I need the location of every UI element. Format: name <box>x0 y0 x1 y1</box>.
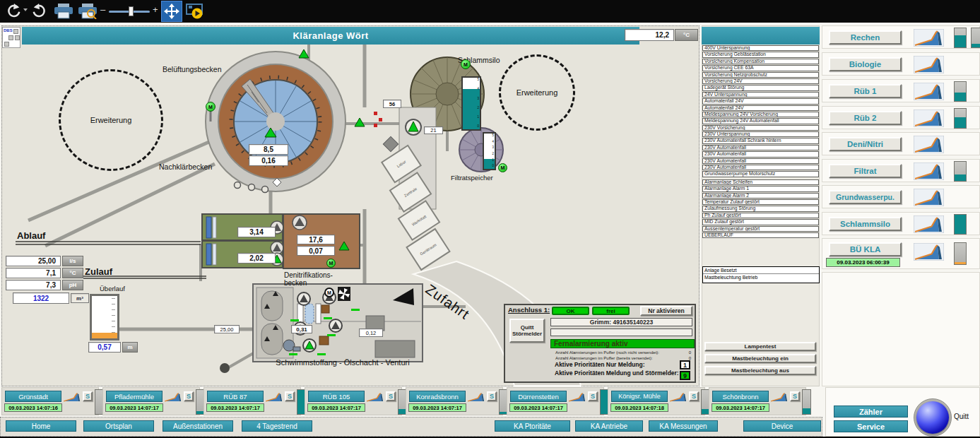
station-button[interactable]: Konradsbronn <box>409 391 466 402</box>
trend-icon[interactable] <box>914 215 944 233</box>
alarm-row: 230V Vorsicherung <box>702 125 819 131</box>
nav-4tagestrend-button[interactable]: 4 Tagestrend <box>242 420 312 432</box>
station-button[interactable]: RÜB 87 <box>207 391 264 402</box>
nr-aktivieren-button[interactable]: Nr aktivieren <box>640 306 692 316</box>
deni-nitri-button[interactable]: Deni/Nitri <box>829 137 902 151</box>
rechen-button[interactable]: Rechen <box>829 30 902 45</box>
trend-icon[interactable] <box>669 392 687 402</box>
anschluss-title: Anschluss 1: <box>508 306 550 314</box>
quitt-stoermelder-button[interactable]: Quitt Störmelder <box>509 319 545 343</box>
pump-value: 0,31 <box>291 325 312 333</box>
station-button[interactable]: Pfladermühle <box>106 391 163 402</box>
trend-icon[interactable] <box>914 83 944 100</box>
rueb2-button[interactable]: Rüb 2 <box>829 111 902 125</box>
mastbeleuchtung-aus-button[interactable]: Mastbeleuchtung aus <box>704 366 816 375</box>
level-indicator <box>954 242 967 265</box>
trend-icon[interactable] <box>914 243 944 261</box>
level-indicator <box>954 108 967 129</box>
s-button[interactable]: S <box>285 391 295 401</box>
ueberlauf-tank <box>90 294 119 341</box>
level-indicator <box>971 28 980 48</box>
pipe-value-56: 56 <box>383 100 401 108</box>
empty-number-field[interactable] <box>550 328 692 336</box>
nav-aussenstationen-button[interactable]: Außenstationen <box>163 420 233 432</box>
deni-label-2: becken <box>284 279 307 287</box>
trend-icon[interactable] <box>914 110 944 127</box>
puffer1-label: Anzahl Alarmierungen im Puffer (noch nic… <box>555 350 659 355</box>
volume-unit: m³ <box>71 293 89 303</box>
temp-meas-unit: °C <box>62 268 83 278</box>
filtrat-button[interactable]: Filtrat <box>829 164 902 178</box>
trend-icon[interactable] <box>914 136 944 153</box>
puffer2-label: Anzahl Alarmierungen im Puffer (bereits … <box>555 356 653 360</box>
bue-kla-button[interactable]: BÜ KLA <box>829 242 902 256</box>
status-line-1: Anlage Besetzt <box>703 267 819 274</box>
trend-icon[interactable] <box>914 162 944 180</box>
station-button[interactable]: RÜB 105 <box>308 391 365 402</box>
s-button[interactable]: S <box>689 391 699 401</box>
station-button[interactable]: Grünstädt <box>5 391 61 402</box>
station-button[interactable]: Dürrenstetten <box>510 391 567 402</box>
grimm-number-field[interactable]: Grimm: 491635140223 <box>550 318 692 326</box>
trend-icon[interactable] <box>914 56 944 73</box>
ueberlauf-label: Überlauf <box>100 285 125 292</box>
station-card-gruenstaedt: Grünstädt S 09.03.2023 14:07:16 <box>1 387 99 415</box>
station-timestamp: 09.03.2023 14:07:17 <box>408 403 466 412</box>
biologie-button[interactable]: Biologie <box>829 57 902 71</box>
station-timestamp: 09.03.2023 14:07:16 <box>4 403 62 412</box>
service-button[interactable]: Service <box>834 420 908 432</box>
alarm-row: Alarmanlage Schleifen <box>702 179 819 185</box>
trend-icon[interactable] <box>366 392 384 402</box>
rueb1-button[interactable]: Rüb 1 <box>829 84 902 98</box>
pipe-value-21: 21 <box>424 126 443 134</box>
alarm-row: Zulaufmessung Störung <box>702 206 819 211</box>
quitt-sphere-button[interactable] <box>916 401 949 434</box>
prio1-value: 1 <box>680 360 690 369</box>
s-button[interactable]: S <box>487 391 497 401</box>
trend-icon[interactable] <box>265 392 283 402</box>
nav-ka-messungen-button[interactable]: KA Messungen <box>649 420 718 432</box>
alarm-row: 230V Automatenfall <box>702 151 819 157</box>
alarm-row: Automatenfall 24V <box>702 98 819 104</box>
alarm-row: Alarmanlage Alarm 2 <box>702 193 819 199</box>
zaehler-button[interactable]: Zähler <box>834 406 908 418</box>
trend-icon[interactable] <box>164 392 182 402</box>
nav-ortsplan-button[interactable]: Ortsplan <box>83 420 154 432</box>
trend-icon[interactable] <box>914 189 944 206</box>
belueftungsbecken-label: Belüftungsbecken <box>163 65 221 73</box>
level-indicator <box>954 81 967 102</box>
nav-ka-prioritaeten-button[interactable]: KA Ptoritäte <box>495 420 570 432</box>
mastbeleuchtung-ein-button[interactable]: Mastbeleuchtung ein <box>704 354 816 363</box>
alarm-row: Alarmanlage Alarm 1 <box>702 186 819 191</box>
filtrat-motor-icon: M <box>498 163 507 172</box>
trend-icon[interactable] <box>467 392 485 402</box>
building-geraeteraum-label: Gerätraum <box>419 242 437 256</box>
s-button[interactable]: S <box>386 391 396 401</box>
dbs-logo: DBS <box>2 27 20 48</box>
nav-home-button[interactable]: Home <box>6 420 76 432</box>
s-button[interactable]: S <box>790 391 800 401</box>
nav-ka-antriebe-button[interactable]: KA Antriebe <box>575 420 643 432</box>
grundwasserpumpe-button[interactable]: Grundwasserpu. <box>829 190 902 204</box>
alarm-row: Ladegerät Störung <box>702 85 819 90</box>
volume-value: 1322 <box>13 292 69 304</box>
basin-value-2: 2,02 <box>237 253 276 264</box>
trend-icon[interactable] <box>568 392 586 402</box>
station-button[interactable]: Königsr. Mühle <box>611 391 668 402</box>
schlammsilo-button[interactable]: Schlammsilo <box>829 217 902 231</box>
nav-device-button[interactable]: Device <box>743 420 821 432</box>
lampentest-button[interactable]: Lampentest <box>704 342 816 351</box>
s-button[interactable]: S <box>184 391 194 401</box>
trend-icon[interactable] <box>63 392 81 402</box>
alarm-list: 400V Unterspannung Vorsicherung Gebläses… <box>702 45 819 239</box>
expansion-left-label: Erweiterung <box>90 116 132 124</box>
alarm-row: 24V Unterspannung <box>702 92 819 97</box>
s-button[interactable]: S <box>83 391 93 401</box>
nav-row-schlammsilo: Schlammsilo <box>822 212 980 235</box>
station-button[interactable]: Schönbronn <box>712 391 769 402</box>
trend-icon[interactable] <box>914 29 944 47</box>
ablauf-label: Ablauf <box>17 230 45 241</box>
s-button[interactable]: S <box>588 391 598 401</box>
trend-icon[interactable] <box>770 392 789 402</box>
alarm-row: UEBERLAUF <box>702 232 819 238</box>
